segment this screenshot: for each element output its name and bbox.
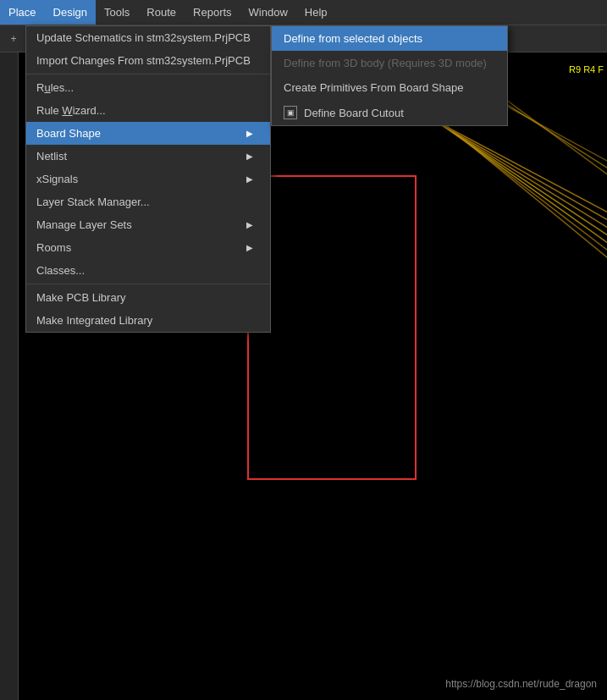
- menu-rule-wizard[interactable]: Rule Wizard...: [26, 99, 270, 122]
- toolbar-btn-1[interactable]: +: [3, 29, 24, 49]
- menu-xsignals[interactable]: xSignals ▶: [26, 168, 270, 190]
- menu-window[interactable]: Window: [240, 0, 296, 25]
- menu-place[interactable]: Place: [0, 0, 45, 25]
- menu-layer-stack[interactable]: Layer Stack Manager...: [26, 190, 270, 213]
- board-shape-arrow: ▶: [246, 129, 253, 138]
- menu-make-integrated-library[interactable]: Make Integrated Library: [26, 309, 270, 332]
- board-cutout-icon: ▣: [284, 106, 297, 119]
- right-edge-labels: R9 R4 F: [566, 63, 607, 76]
- submenu-define-from-selected[interactable]: Define from selected objects: [272, 26, 507, 51]
- rooms-arrow: ▶: [246, 243, 253, 252]
- menu-rules[interactable]: Rules...: [26, 76, 270, 99]
- manage-layer-sets-arrow: ▶: [246, 220, 253, 229]
- separator-2: [26, 284, 270, 284]
- menu-classes[interactable]: Classes...: [26, 259, 270, 282]
- watermark: https://blog.csdn.net/rude_dragon: [445, 678, 597, 690]
- menu-reports[interactable]: Reports: [185, 0, 240, 25]
- design-menu: Update Schematics in stm32system.PrjPCB …: [25, 25, 271, 333]
- board-outline-rect: [247, 175, 417, 480]
- submenu-create-primitives[interactable]: Create Primitives From Board Shape: [272, 75, 507, 100]
- left-panel: [0, 52, 19, 700]
- menu-tools[interactable]: Tools: [96, 0, 138, 25]
- separator-1: [26, 74, 270, 74]
- menu-netlist[interactable]: Netlist ▶: [26, 145, 270, 168]
- menubar: Place Design Tools Route Reports Window …: [0, 0, 607, 25]
- menu-update-schematics[interactable]: Update Schematics in stm32system.PrjPCB: [26, 26, 270, 49]
- menu-design[interactable]: Design: [45, 0, 96, 25]
- menu-help[interactable]: Help: [296, 0, 336, 25]
- menu-manage-layer-sets[interactable]: Manage Layer Sets ▶: [26, 213, 270, 236]
- netlist-arrow: ▶: [246, 152, 253, 161]
- menu-import-changes[interactable]: Import Changes From stm32system.PrjPCB: [26, 49, 270, 72]
- submenu-define-board-cutout[interactable]: ▣ Define Board Cutout: [272, 100, 507, 125]
- menu-board-shape[interactable]: Board Shape ▶: [26, 122, 270, 145]
- board-shape-submenu: Define from selected objects Define from…: [271, 25, 508, 126]
- menu-route[interactable]: Route: [138, 0, 185, 25]
- xsignals-arrow: ▶: [246, 174, 253, 184]
- submenu-define-from-3d: Define from 3D body (Requires 3D mode): [272, 51, 507, 75]
- menu-make-pcb-library[interactable]: Make PCB Library: [26, 286, 270, 309]
- menu-rooms[interactable]: Rooms ▶: [26, 236, 270, 259]
